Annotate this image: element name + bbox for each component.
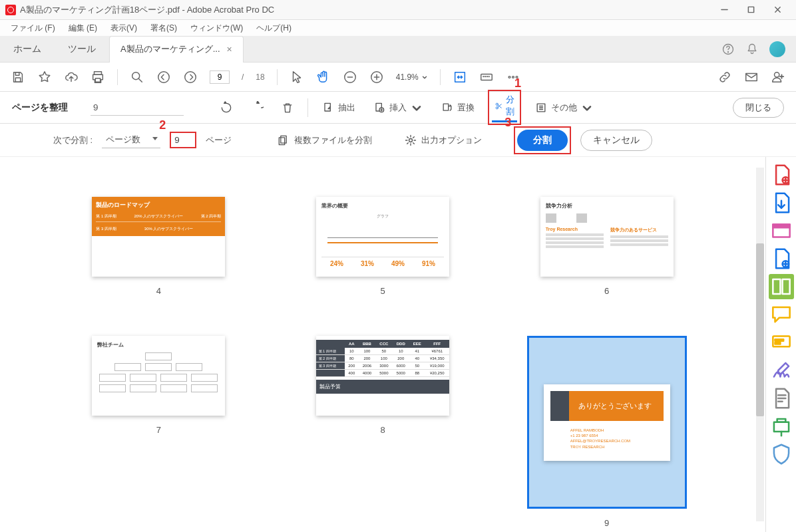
organize-close-button[interactable]: 閉じる [733,98,784,118]
other-button[interactable]: その他 [530,99,598,116]
star-icon[interactable] [37,70,52,84]
thumb-page-8[interactable]: AABBBCCCDDDEEEFFF 第 1 四半期10100501041¥676… [316,336,449,416]
thumb-cell-5[interactable]: 業界の概要 グラフ 24% 31% 49% 91% 5 [284,197,482,296]
organize-page-select[interactable] [91,100,184,116]
add-person-icon[interactable] [771,70,785,84]
thumb-label-7: 7 [156,425,161,435]
tab-close-icon[interactable]: × [227,44,232,55]
svg-point-29 [775,72,779,76]
thumb-page-5[interactable]: 業界の概要 グラフ 24% 31% 49% 91% [316,197,449,277]
hand-icon[interactable] [316,70,331,84]
rail-sign-icon[interactable] [769,358,794,383]
thumb-label-6: 6 [604,286,609,296]
zoom-in-icon[interactable] [369,70,384,84]
rail-redact-icon[interactable] [769,386,794,411]
link-icon[interactable] [717,70,732,84]
thumb-page-7[interactable]: 弊社チーム [92,336,225,416]
app-icon [5,5,16,15]
svg-point-24 [489,76,489,76]
menu-file[interactable]: ファイル (F) [4,21,62,35]
svg-point-13 [185,71,196,82]
svg-rect-6 [15,72,19,75]
svg-rect-47 [773,279,780,294]
rotate-left-icon[interactable] [216,99,237,116]
menu-edit[interactable]: 編集 (E) [62,21,104,35]
annotation-3: 3 [504,116,511,130]
tab-home[interactable]: ホーム [0,37,55,62]
tab-tools[interactable]: ツール [55,37,109,62]
thumb-page-9-selected[interactable]: ありがとうございます AFFEL RAMBODH +1 23 987 6554 … [527,336,687,509]
print-icon[interactable] [91,70,105,84]
save-icon[interactable] [11,70,25,84]
svg-line-11 [139,78,142,82]
pointer-icon[interactable] [290,70,304,84]
split-cancel-button[interactable]: キャンセル [580,130,652,151]
delete-icon[interactable] [277,99,298,116]
output-options-button[interactable]: 出力オプション [404,134,482,147]
split-by-select[interactable]: ページ数 [102,132,160,148]
zoom-combo[interactable]: 41.9% [396,72,428,82]
menubar: ファイル (F) 編集 (E) 表示(V) 署名(S) ウィンドウ(W) ヘルプ… [0,20,796,36]
prev-page-icon[interactable] [156,70,171,84]
thumb-cell-6[interactable]: 競争力分析 Troy Research 競争力のあるサービス 6 [508,197,705,296]
split-pages-unit: ページ [206,134,232,146]
extract-button[interactable]: 抽出 [317,99,359,116]
menu-sign[interactable]: 署名(S) [144,21,184,35]
menu-help[interactable]: ヘルプ(H) [250,21,298,35]
rail-print-production-icon[interactable] [769,414,794,439]
menu-view[interactable]: 表示(V) [104,21,144,35]
rotate-right-icon[interactable] [246,99,268,116]
thumb-page-6[interactable]: 競争力分析 Troy Research 競争力のあるサービス [540,197,674,277]
rail-organize-pages-icon[interactable] [769,274,794,299]
split-primary-button[interactable]: 分割 [517,130,568,151]
svg-rect-41 [280,137,285,144]
svg-point-25 [508,76,510,78]
scrollbar[interactable] [755,157,765,532]
zoom-out-icon[interactable] [343,70,357,84]
tab-document[interactable]: A製品のマーケティング... × [109,36,244,63]
tabbar: ホーム ツール A製品のマーケティング... × [0,36,796,63]
svg-rect-9 [95,78,100,82]
search-icon[interactable] [130,70,144,84]
thumb-page-4[interactable]: 製品のロードマップ 第 1 四半期20% 人のサブスクライバー第 2 四半期 第… [92,197,225,277]
keyboard-icon[interactable] [479,70,494,84]
split-pages-input[interactable] [170,132,196,148]
avatar[interactable] [769,41,785,57]
replace-button[interactable]: 置換 [437,99,479,116]
page-separator: / [242,72,244,82]
thumb-cell-9[interactable]: ありがとうございます AFFEL RAMBODH +1 23 987 6554 … [508,336,705,528]
close-window-button[interactable] [764,0,791,20]
svg-rect-33 [443,104,449,110]
svg-point-23 [487,76,487,76]
rail-combine-icon[interactable] [769,246,794,271]
cloud-upload-icon[interactable] [64,70,79,84]
rail-edit-pdf-icon[interactable] [769,218,794,243]
menu-window[interactable]: ウィンドウ(W) [184,21,250,35]
bell-icon[interactable] [745,43,759,56]
rail-protect-icon[interactable] [769,442,794,467]
annotation-1: 1 [514,76,521,90]
split-multiple-button[interactable]: 複数ファイルを分割 [277,134,372,147]
rail-fill-sign-icon[interactable] [769,330,794,355]
fit-width-icon[interactable] [453,70,467,84]
thumb-cell-7[interactable]: 弊社チーム 7 [60,336,258,528]
thumbnail-scroll[interactable]: 製品のロードマップ 第 1 四半期20% 人のサブスクライバー第 2 四半期 第… [0,157,765,532]
maximize-button[interactable] [737,0,764,20]
svg-rect-55 [773,422,788,432]
tab-document-label: A製品のマーケティング... [120,43,220,55]
svg-point-26 [512,76,514,78]
svg-point-5 [728,51,729,52]
rail-comment-icon[interactable] [769,302,794,327]
insert-button[interactable]: 挿入 [369,99,427,116]
svg-rect-1 [748,7,753,12]
help-icon[interactable] [721,43,735,56]
minimize-button[interactable] [711,0,737,20]
svg-rect-48 [782,279,789,294]
next-page-icon[interactable] [183,70,198,84]
rail-create-pdf-icon[interactable] [769,162,794,188]
page-number-input[interactable] [210,70,230,84]
mail-icon[interactable] [744,70,759,84]
rail-export-pdf-icon[interactable] [769,190,794,215]
thumb-cell-8[interactable]: AABBBCCCDDDEEEFFF 第 1 四半期10100501041¥676… [284,336,482,528]
thumb-cell-4[interactable]: 製品のロードマップ 第 1 四半期20% 人のサブスクライバー第 2 四半期 第… [60,197,258,296]
